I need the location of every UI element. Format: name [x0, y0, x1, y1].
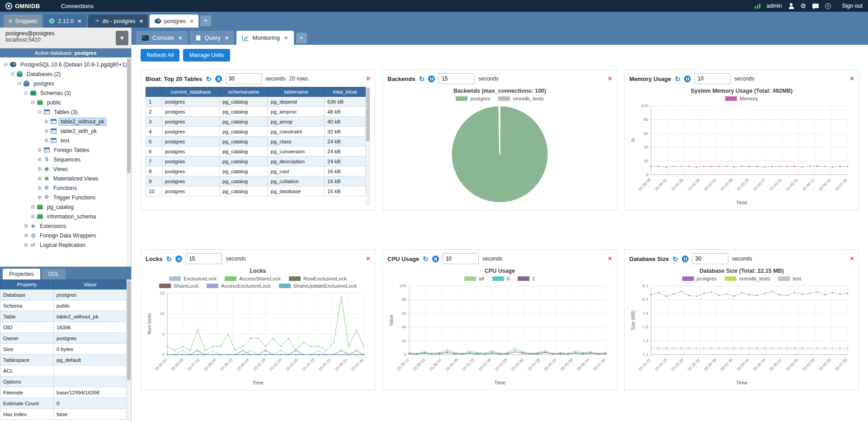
- tree-item-sequences[interactable]: ⊞⇅Sequences: [2, 155, 126, 164]
- bloat-table-scrollbar[interactable]: [366, 87, 370, 206]
- tab-query[interactable]: Query ×: [190, 31, 234, 45]
- tree-toggle-icon[interactable]: ⊞: [37, 185, 42, 190]
- tree-toggle-icon[interactable]: ⊞: [23, 233, 29, 238]
- tab-monitoring[interactable]: Monitoring ×: [236, 31, 293, 45]
- tree-toggle-icon[interactable]: ⊞: [23, 242, 29, 247]
- table-row[interactable]: 8postgrespg_catalogpg_cast16 kB: [146, 166, 366, 176]
- table-row[interactable]: 1postgrespg_catalogpg_depend536 kB: [146, 97, 366, 107]
- tree-item-trigger-functions[interactable]: ⊞⚙Trigger Functions: [2, 193, 126, 202]
- tree-scrollbar[interactable]: [127, 57, 131, 266]
- refresh-icon[interactable]: ↻: [675, 76, 680, 82]
- tree-item-foreign-tables[interactable]: ⊞Foreign Tables: [2, 145, 126, 155]
- pause-icon[interactable]: [684, 76, 691, 82]
- tree-toggle-icon[interactable]: ⊞: [43, 128, 49, 133]
- pause-icon[interactable]: [432, 256, 439, 262]
- refresh-icon[interactable]: ↻: [206, 76, 212, 82]
- tree-item-functions[interactable]: ⊞⚙Functions: [2, 183, 126, 193]
- tree-item-tables-3[interactable]: ⊟Tables (3): [2, 107, 126, 117]
- tree-toggle-icon[interactable]: ⊞: [37, 147, 42, 152]
- close-tab-icon[interactable]: ×: [225, 35, 229, 41]
- menu-connections[interactable]: Connections: [61, 3, 94, 9]
- tree-item-foreign-data-wrappers[interactable]: ⊞◍Foreign Data Wrappers: [2, 231, 126, 240]
- interval-input[interactable]: [443, 253, 479, 264]
- tree-item-postgres[interactable]: ⊟postgres: [2, 79, 126, 88]
- refresh-icon[interactable]: ↻: [423, 256, 429, 262]
- tree-toggle-icon[interactable]: ⊞: [30, 204, 36, 209]
- tree-item-table2-with-pk[interactable]: ⊞table2_with_pk: [2, 126, 126, 136]
- tab-do-postgres[interactable]: do - postgres ×: [88, 14, 148, 28]
- interval-input[interactable]: [694, 73, 731, 84]
- tree-item-public[interactable]: ⊟public: [2, 98, 126, 107]
- tree-toggle-icon[interactable]: ⊟: [23, 90, 29, 95]
- close-tab-icon[interactable]: ×: [190, 19, 193, 24]
- close-tab-icon[interactable]: ×: [179, 35, 182, 41]
- tree-item-logical-replication[interactable]: ⊞⇄Logical Replication: [2, 240, 126, 250]
- tree-toggle-icon[interactable]: ⊞: [30, 214, 36, 219]
- refresh-icon[interactable]: ↻: [166, 256, 172, 262]
- manage-units-button[interactable]: Manage Units: [183, 49, 230, 62]
- close-tab-icon[interactable]: ×: [140, 19, 143, 24]
- close-tab-icon[interactable]: ×: [78, 19, 81, 24]
- interval-input[interactable]: [439, 73, 475, 84]
- properties-scrollbar[interactable]: [127, 280, 131, 422]
- interval-input[interactable]: [186, 253, 222, 264]
- close-panel-icon[interactable]: ×: [366, 256, 370, 262]
- info-icon[interactable]: i: [825, 3, 831, 9]
- settings-gear-icon[interactable]: ⚙: [801, 3, 807, 9]
- table-row[interactable]: 7postgrespg_catalogpg_description24 kB: [146, 156, 366, 166]
- close-panel-icon[interactable]: ×: [608, 256, 612, 262]
- close-tab-icon[interactable]: ×: [284, 35, 288, 41]
- tree-toggle-icon[interactable]: ⊟: [16, 81, 22, 86]
- close-panel-icon[interactable]: ×: [608, 76, 612, 82]
- tree-toggle-icon[interactable]: ⊟: [30, 100, 36, 105]
- new-inner-tab-button[interactable]: +: [296, 33, 307, 43]
- tree-toggle-icon[interactable]: ⊞: [37, 157, 42, 162]
- pause-icon[interactable]: [428, 76, 435, 82]
- tree-item-views[interactable]: ⊞◉Views: [2, 164, 126, 174]
- close-panel-icon[interactable]: ×: [850, 256, 854, 262]
- refresh-all-button[interactable]: Refresh All: [141, 49, 179, 62]
- tree-item-databases-2[interactable]: ⊟Databases (2): [2, 69, 126, 79]
- table-row[interactable]: 5postgrespg_catalogpg_class24 kB: [146, 137, 366, 147]
- tree-item-postgresql-10-6-debian-10-6-1-pgdg90-1[interactable]: ⊟PostgreSQL 10.6 (Debian 10.6-1.pgdg90+1…: [2, 60, 126, 69]
- sign-out-link[interactable]: Sign out: [842, 3, 863, 9]
- tab-postgres-active[interactable]: postgres ×: [150, 14, 198, 28]
- pause-icon[interactable]: [682, 256, 689, 262]
- tree-item-schemas-3[interactable]: ⊟Schemas (3): [2, 88, 126, 98]
- table-row[interactable]: 6postgrespg_catalogpg_conversion24 kB: [146, 147, 366, 156]
- tree-toggle-icon[interactable]: ⊞: [43, 138, 49, 143]
- table-row[interactable]: 4postgrespg_catalogpg_constraint32 kB: [146, 127, 366, 137]
- table-row[interactable]: 9postgrespg_catalogpg_collation16 kB: [146, 176, 366, 186]
- tab-snippets[interactable]: ≡ Snippets: [4, 14, 42, 28]
- tree-toggle-icon[interactable]: ⊞: [43, 119, 49, 124]
- tab-2-12-0[interactable]: 2.12.0 ×: [44, 14, 86, 28]
- tree-toggle-icon[interactable]: ⊟: [3, 62, 9, 67]
- table-row[interactable]: 10postgrespg_catalogpg_database16 kB: [146, 186, 366, 196]
- tree-item-information-schema[interactable]: ⊞information_schema: [2, 212, 126, 221]
- pause-icon[interactable]: [175, 256, 182, 262]
- tab-console[interactable]: Console ×: [136, 31, 188, 45]
- tree-toggle-icon[interactable]: ⊞: [37, 176, 42, 181]
- new-connection-tab-button[interactable]: +: [200, 15, 211, 26]
- close-panel-icon[interactable]: ×: [850, 76, 854, 82]
- tab-properties[interactable]: Properties: [3, 269, 40, 280]
- chat-icon[interactable]: [812, 4, 819, 8]
- tree-item-test[interactable]: ⊞test: [2, 136, 126, 145]
- tree-item-materialized-views[interactable]: ⊞◉Materialized Views: [2, 174, 126, 183]
- table-row[interactable]: 3postgrespg_catalogpg_amop40 kB: [146, 117, 366, 127]
- tab-ddl[interactable]: DDL: [42, 269, 66, 280]
- refresh-icon[interactable]: ↻: [672, 256, 678, 262]
- close-panel-icon[interactable]: ×: [366, 76, 370, 82]
- tree-item-extensions[interactable]: ⊞◈Extensions: [2, 221, 126, 231]
- tree-toggle-icon[interactable]: ⊞: [37, 166, 42, 171]
- interval-input[interactable]: [692, 253, 728, 264]
- table-row[interactable]: 2postgrespg_catalogpg_amproc48 kB: [146, 107, 366, 117]
- refresh-icon[interactable]: ↻: [419, 76, 425, 82]
- interval-input[interactable]: [226, 73, 262, 84]
- connection-dropdown-button[interactable]: ▼: [116, 31, 128, 45]
- tree-toggle-icon[interactable]: ⊟: [9, 71, 15, 76]
- tree-toggle-icon[interactable]: ⊟: [37, 109, 42, 114]
- tree-item-table2-without-pk[interactable]: ⊞table2_without_pk: [2, 117, 126, 126]
- pause-icon[interactable]: [215, 76, 222, 82]
- tree-toggle-icon[interactable]: ⊞: [37, 195, 42, 200]
